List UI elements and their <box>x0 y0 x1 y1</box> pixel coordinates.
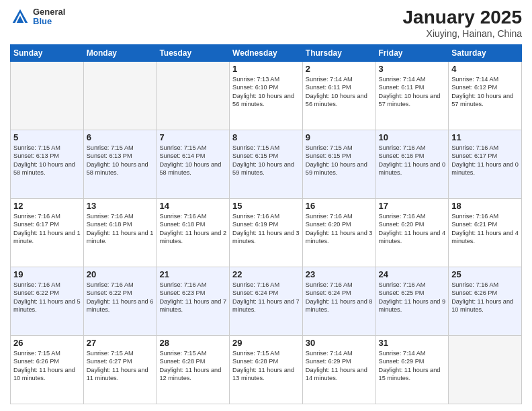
day-info: Sunrise: 7:16 AM Sunset: 6:19 PM Dayligh… <box>232 212 300 246</box>
day-info: Sunrise: 7:14 AM Sunset: 6:11 PM Dayligh… <box>306 75 373 109</box>
day-number: 5 <box>13 132 81 142</box>
title-location: Xiuying, Hainan, China <box>403 28 522 39</box>
day-number: 27 <box>87 338 154 348</box>
day-info: Sunrise: 7:15 AM Sunset: 6:28 PM Dayligh… <box>232 349 300 383</box>
day-info: Sunrise: 7:14 AM Sunset: 6:29 PM Dayligh… <box>379 349 446 383</box>
day-info: Sunrise: 7:15 AM Sunset: 6:26 PM Dayligh… <box>13 349 81 383</box>
day-number: 11 <box>451 132 519 142</box>
day-number: 22 <box>232 269 300 279</box>
day-info: Sunrise: 7:15 AM Sunset: 6:13 PM Dayligh… <box>87 144 154 177</box>
day-number: 3 <box>379 64 446 74</box>
table-row: 16Sunrise: 7:16 AM Sunset: 6:20 PM Dayli… <box>302 199 375 267</box>
table-row: 14Sunrise: 7:16 AM Sunset: 6:18 PM Dayli… <box>157 199 230 267</box>
day-info: Sunrise: 7:16 AM Sunset: 6:17 PM Dayligh… <box>451 144 519 177</box>
day-info: Sunrise: 7:14 AM Sunset: 6:29 PM Dayligh… <box>306 349 373 383</box>
table-row: 22Sunrise: 7:16 AM Sunset: 6:24 PM Dayli… <box>230 267 303 336</box>
table-row: 30Sunrise: 7:14 AM Sunset: 6:29 PM Dayli… <box>302 336 375 404</box>
table-row: 31Sunrise: 7:14 AM Sunset: 6:29 PM Dayli… <box>375 336 449 404</box>
table-row: 23Sunrise: 7:16 AM Sunset: 6:24 PM Dayli… <box>302 267 375 336</box>
day-info: Sunrise: 7:16 AM Sunset: 6:26 PM Dayligh… <box>451 281 519 314</box>
day-number: 18 <box>451 201 519 211</box>
day-number: 10 <box>379 132 446 142</box>
table-row: 28Sunrise: 7:15 AM Sunset: 6:28 PM Dayli… <box>157 336 230 404</box>
day-number: 28 <box>159 338 226 348</box>
day-info: Sunrise: 7:15 AM Sunset: 6:28 PM Dayligh… <box>159 349 226 383</box>
day-number: 29 <box>232 338 300 348</box>
day-number: 4 <box>451 64 519 74</box>
table-row: 3Sunrise: 7:14 AM Sunset: 6:11 PM Daylig… <box>375 62 449 130</box>
col-thursday: Thursday <box>302 45 375 62</box>
table-row: 12Sunrise: 7:16 AM Sunset: 6:17 PM Dayli… <box>11 199 84 267</box>
col-wednesday: Wednesday <box>230 45 303 62</box>
day-info: Sunrise: 7:15 AM Sunset: 6:15 PM Dayligh… <box>232 144 300 177</box>
table-row: 11Sunrise: 7:16 AM Sunset: 6:17 PM Dayli… <box>449 130 522 199</box>
table-row: 8Sunrise: 7:15 AM Sunset: 6:15 PM Daylig… <box>230 130 303 199</box>
table-row: 7Sunrise: 7:15 AM Sunset: 6:14 PM Daylig… <box>157 130 230 199</box>
day-info: Sunrise: 7:16 AM Sunset: 6:22 PM Dayligh… <box>13 281 81 314</box>
day-number: 26 <box>13 338 81 348</box>
day-info: Sunrise: 7:16 AM Sunset: 6:25 PM Dayligh… <box>379 281 446 314</box>
logo: General Blue <box>10 7 65 27</box>
day-number: 24 <box>379 269 446 279</box>
logo-general-text: General <box>33 7 65 17</box>
day-number: 31 <box>379 338 446 348</box>
day-number: 12 <box>13 201 81 211</box>
table-row: 2Sunrise: 7:14 AM Sunset: 6:11 PM Daylig… <box>302 62 375 130</box>
table-row: 4Sunrise: 7:14 AM Sunset: 6:12 PM Daylig… <box>449 62 522 130</box>
table-row: 9Sunrise: 7:15 AM Sunset: 6:15 PM Daylig… <box>302 130 375 199</box>
table-row: 17Sunrise: 7:16 AM Sunset: 6:20 PM Dayli… <box>375 199 449 267</box>
table-row <box>157 62 230 130</box>
day-info: Sunrise: 7:16 AM Sunset: 6:20 PM Dayligh… <box>379 212 446 246</box>
day-info: Sunrise: 7:16 AM Sunset: 6:16 PM Dayligh… <box>379 144 446 177</box>
day-number: 8 <box>232 132 300 142</box>
day-number: 7 <box>159 132 226 142</box>
day-number: 17 <box>379 201 446 211</box>
col-sunday: Sunday <box>11 45 84 62</box>
calendar-week-row: 12Sunrise: 7:16 AM Sunset: 6:17 PM Dayli… <box>11 199 522 267</box>
day-number: 9 <box>306 132 373 142</box>
day-info: Sunrise: 7:16 AM Sunset: 6:24 PM Dayligh… <box>306 281 373 314</box>
table-row: 15Sunrise: 7:16 AM Sunset: 6:19 PM Dayli… <box>230 199 303 267</box>
day-info: Sunrise: 7:15 AM Sunset: 6:13 PM Dayligh… <box>13 144 81 177</box>
calendar-week-row: 19Sunrise: 7:16 AM Sunset: 6:22 PM Dayli… <box>11 267 522 336</box>
day-info: Sunrise: 7:14 AM Sunset: 6:12 PM Dayligh… <box>451 75 519 109</box>
col-saturday: Saturday <box>449 45 522 62</box>
day-info: Sunrise: 7:16 AM Sunset: 6:20 PM Dayligh… <box>306 212 373 246</box>
logo-text: General Blue <box>33 7 65 27</box>
logo-blue-text: Blue <box>33 17 65 26</box>
day-number: 20 <box>87 269 154 279</box>
col-tuesday: Tuesday <box>157 45 230 62</box>
table-row <box>83 62 157 130</box>
title-block: January 2025 Xiuying, Hainan, China <box>403 7 522 39</box>
calendar-table: Sunday Monday Tuesday Wednesday Thursday… <box>10 44 522 404</box>
table-row: 21Sunrise: 7:16 AM Sunset: 6:23 PM Dayli… <box>157 267 230 336</box>
calendar-header-row: Sunday Monday Tuesday Wednesday Thursday… <box>11 45 522 62</box>
day-number: 23 <box>306 269 373 279</box>
header: General Blue January 2025 Xiuying, Haina… <box>10 7 522 39</box>
day-number: 25 <box>451 269 519 279</box>
day-number: 2 <box>306 64 373 74</box>
col-friday: Friday <box>375 45 449 62</box>
calendar-week-row: 26Sunrise: 7:15 AM Sunset: 6:26 PM Dayli… <box>11 336 522 404</box>
col-monday: Monday <box>83 45 157 62</box>
table-row: 20Sunrise: 7:16 AM Sunset: 6:22 PM Dayli… <box>83 267 157 336</box>
day-number: 21 <box>159 269 226 279</box>
day-number: 6 <box>87 132 154 142</box>
calendar-week-row: 1Sunrise: 7:13 AM Sunset: 6:10 PM Daylig… <box>11 62 522 130</box>
table-row: 13Sunrise: 7:16 AM Sunset: 6:18 PM Dayli… <box>83 199 157 267</box>
day-info: Sunrise: 7:14 AM Sunset: 6:11 PM Dayligh… <box>379 75 446 109</box>
table-row: 27Sunrise: 7:15 AM Sunset: 6:27 PM Dayli… <box>83 336 157 404</box>
day-number: 19 <box>13 269 81 279</box>
logo-icon <box>10 7 30 27</box>
table-row: 25Sunrise: 7:16 AM Sunset: 6:26 PM Dayli… <box>449 267 522 336</box>
table-row <box>11 62 84 130</box>
page: General Blue January 2025 Xiuying, Haina… <box>0 0 532 411</box>
day-number: 16 <box>306 201 373 211</box>
day-info: Sunrise: 7:16 AM Sunset: 6:22 PM Dayligh… <box>87 281 154 314</box>
day-info: Sunrise: 7:16 AM Sunset: 6:21 PM Dayligh… <box>451 212 519 246</box>
title-month: January 2025 <box>403 7 522 28</box>
day-info: Sunrise: 7:15 AM Sunset: 6:27 PM Dayligh… <box>87 349 154 383</box>
day-number: 14 <box>159 201 226 211</box>
day-number: 30 <box>306 338 373 348</box>
table-row: 24Sunrise: 7:16 AM Sunset: 6:25 PM Dayli… <box>375 267 449 336</box>
